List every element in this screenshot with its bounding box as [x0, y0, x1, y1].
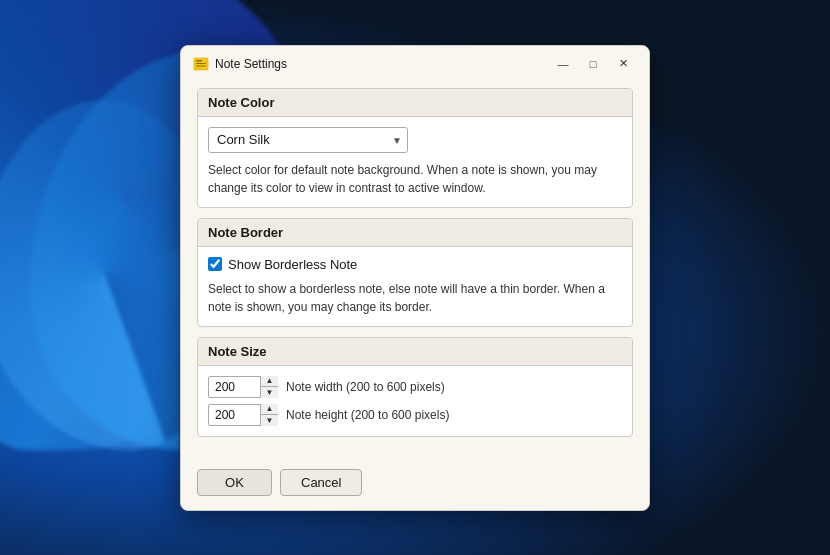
svg-rect-1: [196, 60, 202, 62]
cancel-button[interactable]: Cancel: [280, 469, 362, 496]
borderless-checkbox[interactable]: [208, 257, 222, 271]
width-spinner: ▲ ▼: [208, 376, 278, 398]
dialog-footer: OK Cancel: [181, 463, 649, 510]
note-color-header: Note Color: [198, 89, 632, 117]
height-decrement-button[interactable]: ▼: [261, 415, 278, 426]
border-description: Select to show a borderless note, else n…: [208, 280, 622, 316]
width-label: Note width (200 to 600 pixels): [286, 380, 445, 394]
note-size-section: Note Size ▲ ▼ Note width (200 to 600 pix…: [197, 337, 633, 437]
color-dropdown-wrapper: Corn Silk White Yellow Pink Blue Green ▼: [208, 127, 408, 153]
app-icon: [193, 56, 209, 72]
close-button[interactable]: ✕: [609, 54, 637, 74]
note-border-content: Show Borderless Note Select to show a bo…: [198, 247, 632, 326]
note-size-header: Note Size: [198, 338, 632, 366]
height-row: ▲ ▼ Note height (200 to 600 pixels): [208, 404, 622, 426]
height-spinner: ▲ ▼: [208, 404, 278, 426]
height-spinner-buttons: ▲ ▼: [260, 404, 278, 426]
color-description: Select color for default note background…: [208, 161, 622, 197]
borderless-label: Show Borderless Note: [228, 257, 357, 272]
window-controls: — □ ✕: [549, 54, 637, 74]
title-bar: Note Settings — □ ✕: [181, 46, 649, 80]
note-border-section: Note Border Show Borderless Note Select …: [197, 218, 633, 327]
note-color-section: Note Color Corn Silk White Yellow Pink B…: [197, 88, 633, 208]
borderless-checkbox-row: Show Borderless Note: [208, 257, 622, 272]
ok-button[interactable]: OK: [197, 469, 272, 496]
note-color-content: Corn Silk White Yellow Pink Blue Green ▼…: [198, 117, 632, 207]
note-size-content: ▲ ▼ Note width (200 to 600 pixels) ▲ ▼: [198, 366, 632, 436]
width-decrement-button[interactable]: ▼: [261, 387, 278, 398]
maximize-button[interactable]: □: [579, 54, 607, 74]
note-settings-dialog: Note Settings — □ ✕ Note Color Corn Silk…: [180, 45, 650, 511]
width-row: ▲ ▼ Note width (200 to 600 pixels): [208, 376, 622, 398]
note-border-header: Note Border: [198, 219, 632, 247]
height-increment-button[interactable]: ▲: [261, 404, 278, 416]
dialog-body: Note Color Corn Silk White Yellow Pink B…: [181, 80, 649, 463]
width-spinner-buttons: ▲ ▼: [260, 376, 278, 398]
minimize-button[interactable]: —: [549, 54, 577, 74]
svg-rect-3: [196, 65, 206, 66]
svg-rect-2: [196, 63, 206, 64]
height-label: Note height (200 to 600 pixels): [286, 408, 449, 422]
color-dropdown[interactable]: Corn Silk White Yellow Pink Blue Green: [208, 127, 408, 153]
width-increment-button[interactable]: ▲: [261, 376, 278, 388]
dialog-title: Note Settings: [215, 57, 543, 71]
